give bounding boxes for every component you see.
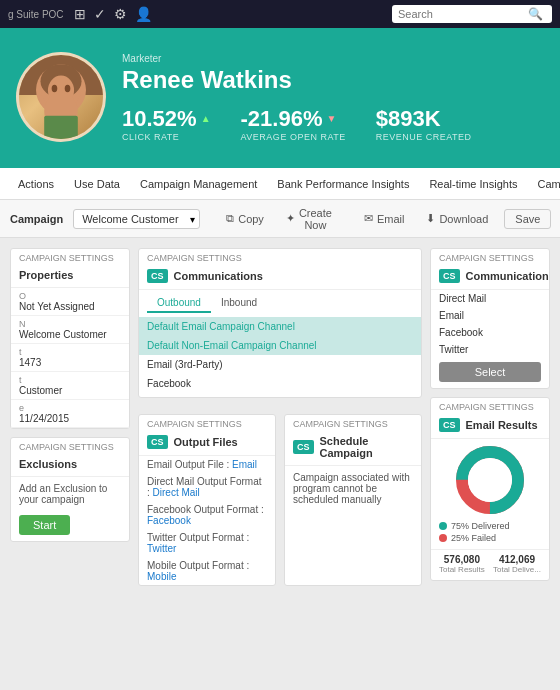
svg-point-4 bbox=[65, 85, 71, 92]
stats-row: 10.52% ▲ CLICK RATE -21.96% ▼ AVERAGE OP… bbox=[122, 106, 544, 142]
right-comm-card-header: CS Communication bbox=[431, 263, 549, 290]
email-button[interactable]: ✉ Email bbox=[358, 209, 411, 228]
user-name: Renee Watkins bbox=[122, 66, 544, 94]
save-button[interactable]: Save bbox=[504, 209, 551, 229]
prop-row-4: t Customer bbox=[11, 372, 129, 400]
open-rate-arrow: ▼ bbox=[326, 113, 336, 124]
schedule-card-header: CS Schedule Campaign bbox=[285, 429, 421, 466]
search-bar[interactable]: 🔍 bbox=[392, 5, 552, 23]
campaign-select-wrap[interactable]: Welcome Customer bbox=[73, 209, 200, 229]
properties-title: Properties bbox=[19, 269, 73, 281]
top-bar: g Suite POC ⊞ ✓ ⚙ 👤 🔍 bbox=[0, 0, 560, 28]
schedule-text: Campaign associated with program cannot … bbox=[285, 466, 421, 511]
campaign-toolbar: Campaign Welcome Customer ⧉ Copy ✦ Creat… bbox=[0, 200, 560, 238]
schedule-section-label: Campaign Settings bbox=[285, 415, 421, 429]
stat-open-rate: -21.96% ▼ AVERAGE OPEN RATE bbox=[241, 106, 346, 142]
start-button[interactable]: Start bbox=[19, 515, 70, 535]
failed-dot bbox=[439, 534, 447, 542]
cs-badge-output: CS bbox=[147, 435, 168, 449]
properties-section-label: Campaign Settings bbox=[11, 249, 129, 263]
right-comm-section-label: Campaign Settings bbox=[431, 249, 549, 263]
campaign-label: Campaign bbox=[10, 213, 63, 225]
nav-campaign-management[interactable]: Campaign Management bbox=[130, 168, 267, 200]
right-comm-card: Campaign Settings CS Communication Direc… bbox=[430, 248, 550, 389]
output-card-header: CS Output Files bbox=[139, 429, 275, 456]
nav-use-data[interactable]: Use Data bbox=[64, 168, 130, 200]
schedule-title: Schedule Campaign bbox=[320, 435, 413, 459]
svg-point-9 bbox=[468, 458, 512, 502]
output-link-3[interactable]: Facebook bbox=[147, 515, 191, 526]
channel-list: Default Email Campaign Channel Default N… bbox=[139, 313, 421, 397]
nav-realtime-insights[interactable]: Real-time Insights bbox=[419, 168, 527, 200]
campaign-select[interactable]: Welcome Customer bbox=[73, 209, 200, 229]
output-title: Output Files bbox=[174, 436, 238, 448]
results-card-header: CS Email Results bbox=[431, 412, 549, 439]
gear-icon[interactable]: ⚙ bbox=[114, 6, 127, 22]
middle-bottom: Campaign Settings CS Output Files Email … bbox=[138, 414, 422, 594]
legend-failed: 25% Failed bbox=[439, 533, 541, 543]
channel-item-4[interactable]: Facebook bbox=[139, 374, 421, 393]
exclusions-card: Campaign Settings Exclusions Add an Excl… bbox=[10, 437, 130, 542]
nav-bank-performance[interactable]: Bank Performance Insights bbox=[267, 168, 419, 200]
exclusions-title: Exclusions bbox=[19, 458, 77, 470]
user-icon[interactable]: 👤 bbox=[135, 6, 152, 22]
cs-badge-results: CS bbox=[439, 418, 460, 432]
results-stats: 576,080 Total Results 412,069 Total Deli… bbox=[431, 549, 549, 580]
output-row-3: Facebook Output Format : Facebook bbox=[139, 501, 275, 529]
check-circle-icon[interactable]: ✓ bbox=[94, 6, 106, 22]
tab-outbound[interactable]: Outbound bbox=[147, 294, 211, 313]
create-icon: ✦ bbox=[286, 212, 295, 225]
svg-rect-6 bbox=[44, 116, 78, 139]
result-stat-total: 576,080 Total Results bbox=[439, 554, 485, 574]
search-input[interactable] bbox=[398, 8, 528, 20]
marketer-label: Marketer bbox=[122, 53, 544, 64]
output-link-2[interactable]: Direct Mail bbox=[153, 487, 200, 498]
output-link-1[interactable]: Email bbox=[232, 459, 257, 470]
output-row-5: Mobile Output Format : Mobile bbox=[139, 557, 275, 585]
tab-inbound[interactable]: Inbound bbox=[211, 294, 267, 313]
results-section-label: Campaign Settings bbox=[431, 398, 549, 412]
email-results-card: Campaign Settings CS Email Results bbox=[430, 397, 550, 581]
middle-top: Campaign Settings CS Communications Outb… bbox=[138, 248, 422, 406]
middle-area: Campaign Settings CS Communications Outb… bbox=[138, 248, 422, 680]
output-row-1: Email Output File : Email bbox=[139, 456, 275, 473]
grid-icon[interactable]: ⊞ bbox=[74, 6, 86, 22]
prop-row-3: t 1473 bbox=[11, 344, 129, 372]
download-button[interactable]: ⬇ Download bbox=[420, 209, 494, 228]
top-bar-icons: ⊞ ✓ ⚙ 👤 bbox=[74, 6, 152, 22]
header-section: Marketer Renee Watkins 10.52% ▲ CLICK RA… bbox=[0, 28, 560, 168]
right-comm-item-4: Twitter bbox=[431, 341, 549, 358]
output-link-5[interactable]: Mobile bbox=[147, 571, 176, 582]
open-rate-value: -21.96% bbox=[241, 106, 323, 132]
exclusions-card-header: Exclusions bbox=[11, 452, 129, 477]
channel-item-1[interactable]: Default Email Campaign Channel bbox=[139, 317, 421, 336]
svg-point-3 bbox=[52, 85, 58, 92]
revenue-label: REVENUE CREATED bbox=[376, 132, 472, 142]
channel-item-2[interactable]: Default Non-Email Campaign Channel bbox=[139, 336, 421, 355]
cs-badge-comm: CS bbox=[147, 269, 168, 283]
output-section-label: Campaign Settings bbox=[139, 415, 275, 429]
prop-row-5: e 11/24/2015 bbox=[11, 400, 129, 428]
click-rate-arrow: ▲ bbox=[201, 113, 211, 124]
prop-row-2: N Welcome Customer bbox=[11, 316, 129, 344]
cs-badge-schedule: CS bbox=[293, 440, 314, 454]
output-row-4: Twitter Output Format : Twitter bbox=[139, 529, 275, 557]
results-title: Email Results bbox=[466, 419, 538, 431]
nav-campaign-effectiveness[interactable]: Campaign Effectiveness bbox=[527, 168, 560, 200]
app-title: g Suite POC bbox=[8, 9, 64, 20]
comm-title: Communications bbox=[174, 270, 263, 282]
copy-button[interactable]: ⧉ Copy bbox=[220, 209, 270, 228]
channel-item-3[interactable]: Email (3rd-Party) bbox=[139, 355, 421, 374]
revenue-value: $893K bbox=[376, 106, 441, 132]
search-icon[interactable]: 🔍 bbox=[528, 7, 543, 21]
right-comm-title: Communication bbox=[466, 270, 549, 282]
output-link-4[interactable]: Twitter bbox=[147, 543, 176, 554]
select-button[interactable]: Select bbox=[439, 362, 541, 382]
comm-card-header: CS Communications bbox=[139, 263, 421, 290]
communications-card: Campaign Settings CS Communications Outb… bbox=[138, 248, 422, 398]
nav-menu: Actions Use Data Campaign Management Ban… bbox=[0, 168, 560, 200]
create-now-button[interactable]: ✦ Create Now bbox=[280, 204, 338, 234]
result-stat-delivered: 412,069 Total Delive... bbox=[493, 554, 541, 574]
email-icon: ✉ bbox=[364, 212, 373, 225]
nav-actions[interactable]: Actions bbox=[8, 168, 64, 200]
